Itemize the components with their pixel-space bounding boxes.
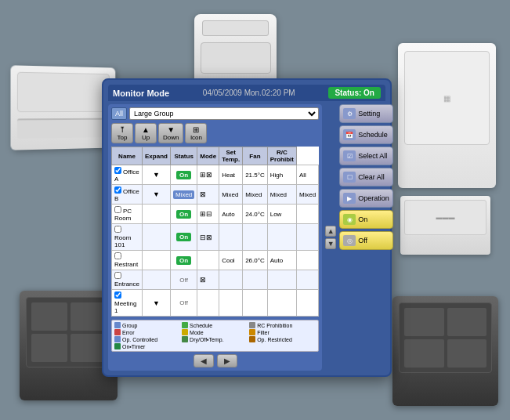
row-checkbox[interactable] xyxy=(114,206,121,213)
cell-status-icons: ⊞⊠ xyxy=(197,165,219,185)
cell-expand xyxy=(143,251,171,270)
cell-mode: Heat xyxy=(219,165,243,185)
datetime: 04/05/2009 Mon.02:20 PM xyxy=(203,89,295,97)
clear-all-icon: ☐ xyxy=(343,172,356,183)
cell-status-icons: ⊠ xyxy=(197,185,219,205)
cell-rc-prohibit: Mixed xyxy=(296,185,318,205)
col-rc: R/CProhibit xyxy=(267,147,296,165)
legend-group: Group xyxy=(114,322,181,328)
ac-unit-top-center xyxy=(194,14,277,89)
cell-rc-prohibit xyxy=(296,251,318,270)
up-btn[interactable]: ▲ Up xyxy=(135,123,157,143)
col-fan: Fan xyxy=(243,147,268,165)
legend-restricted: Op. Restricted xyxy=(249,336,316,342)
cell-status: On xyxy=(170,205,197,224)
cell-expand: ▼ xyxy=(143,185,171,205)
cell-name: Restrant xyxy=(112,251,143,270)
table-row[interactable]: PC RoomOn⊞⊟Auto24.0°CLow xyxy=(112,205,319,224)
ac-unit-right-mid: ▬▬▬ xyxy=(400,196,490,255)
large-group-select[interactable]: Large Group xyxy=(129,107,319,120)
ac-unit-left-top xyxy=(10,65,115,150)
page-nav: ◀ ▶ xyxy=(111,354,319,368)
top-btn[interactable]: ⤒ Top xyxy=(111,123,133,143)
side-nav-arrows: ▲ ▼ xyxy=(325,104,336,371)
col-mode: Mode xyxy=(197,147,219,165)
cell-fan: Mixed xyxy=(267,185,296,205)
row-checkbox[interactable] xyxy=(114,226,121,233)
schedule-btn[interactable]: 📅 Schedule xyxy=(339,125,393,144)
down-btn[interactable]: ▼ Down xyxy=(158,123,183,143)
cell-status: On xyxy=(170,165,197,185)
select-all-btn[interactable]: ☑ Select All xyxy=(339,147,393,165)
row-checkbox[interactable] xyxy=(114,186,121,194)
nav-down-btn[interactable]: ▼ xyxy=(325,238,336,249)
cell-rc-prohibit xyxy=(296,290,318,317)
legend-filter: Mode xyxy=(182,329,248,335)
cell-set-temp: 24.0°C xyxy=(243,205,268,224)
status-mixed: Mixed xyxy=(173,190,194,199)
expand-btn[interactable]: ▼ xyxy=(153,190,160,198)
cell-fan xyxy=(267,270,296,290)
left-panel: All Large Group ⤒ Top ▲ Up ▼ Down xyxy=(108,104,322,371)
prev-page-btn[interactable]: ◀ xyxy=(194,354,214,368)
nav-up-btn[interactable]: ▲ xyxy=(325,226,336,237)
cell-rc-prohibit: All xyxy=(296,165,318,185)
table-row[interactable]: Room 101On⊟⊠ xyxy=(112,224,319,251)
status-on: On xyxy=(176,171,191,179)
cell-name: PC Room xyxy=(112,205,143,224)
expand-btn[interactable]: ▼ xyxy=(153,171,160,179)
cell-set-temp: Mixed xyxy=(243,185,268,205)
cell-status: Off xyxy=(170,270,197,290)
row-checkbox[interactable] xyxy=(114,291,121,299)
on-icon: ◉ xyxy=(343,214,356,225)
cell-status-icons xyxy=(197,290,219,317)
cell-mode xyxy=(219,290,243,317)
legend-dryon: Dry/Off▪Temp. xyxy=(182,336,248,342)
cell-set-temp: 21.5°C xyxy=(243,165,268,185)
group-selector: All Large Group xyxy=(111,107,319,120)
row-checkbox[interactable] xyxy=(114,252,121,259)
cell-status: On xyxy=(170,251,197,270)
cell-status: Off xyxy=(170,290,197,317)
legend-error: Error xyxy=(114,329,181,335)
status-on: On xyxy=(176,256,191,265)
status-badge: Status: On xyxy=(328,87,381,99)
title-bar: Monitor Mode 04/05/2009 Mon.02:20 PM Sta… xyxy=(108,85,385,101)
row-checkbox[interactable] xyxy=(114,167,121,174)
row-checkbox[interactable] xyxy=(114,272,121,279)
setting-btn[interactable]: ⚙ Setting xyxy=(339,104,393,123)
operation-btn[interactable]: ▶ Operation xyxy=(339,189,393,208)
cell-mode: Mixed xyxy=(219,185,243,205)
cell-status-icons: ⊠ xyxy=(197,270,219,290)
off-btn[interactable]: ◎ Off xyxy=(339,231,393,250)
cell-status: On xyxy=(170,224,197,251)
table-row[interactable]: Office B▼Mixed⊠MixedMixedMixedMixed xyxy=(112,185,319,205)
expand-btn[interactable]: ▼ xyxy=(153,299,160,307)
cell-name: Office A xyxy=(112,165,143,185)
cell-rc-prohibit xyxy=(296,270,318,290)
table-row[interactable]: RestrantOnCool26.0°CAuto xyxy=(112,251,319,270)
cell-mode: Auto xyxy=(219,205,243,224)
right-panel: ⚙ Setting 📅 Schedule ☑ Select All ☐ Clea… xyxy=(339,104,393,371)
table-row[interactable]: Meeting 1▼Off xyxy=(112,290,319,317)
table-row[interactable]: EntranceOff⊠ xyxy=(112,270,319,290)
table-row[interactable]: Office A▼On⊞⊠Heat21.5°CHighAll xyxy=(112,165,319,185)
cell-mode: Cool xyxy=(219,251,243,270)
legend-on: On▪Timer xyxy=(114,343,181,349)
cell-expand xyxy=(143,270,171,290)
cell-expand xyxy=(143,205,171,224)
legend-op-ctrl: Op. Controlled xyxy=(114,336,181,342)
icon-btn[interactable]: ⊞ Icon xyxy=(185,123,207,143)
next-page-btn[interactable]: ▶ xyxy=(217,354,237,368)
cell-name: Entrance xyxy=(112,270,143,290)
ac-unit-bottom-right xyxy=(392,296,498,406)
on-btn[interactable]: ◉ On xyxy=(339,210,393,229)
cell-status: Mixed xyxy=(170,185,197,205)
cell-status-icons: ⊞⊟ xyxy=(197,205,219,224)
all-group-btn[interactable]: All xyxy=(111,107,127,120)
monitor-panel: Monitor Mode 04/05/2009 Mon.02:20 PM Sta… xyxy=(102,78,392,377)
cell-rc-prohibit xyxy=(296,205,318,224)
cell-fan: Auto xyxy=(267,251,296,270)
clear-all-btn[interactable]: ☐ Clear All xyxy=(339,168,393,186)
status-on: On xyxy=(176,210,191,219)
